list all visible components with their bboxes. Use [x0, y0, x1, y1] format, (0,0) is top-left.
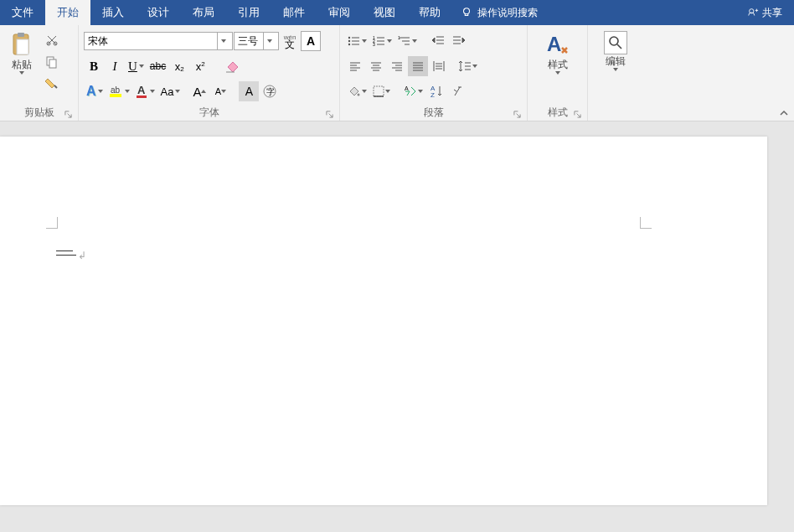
tab-view[interactable]: 视图 [362, 0, 407, 25]
group-clipboard: 粘贴 剪贴板 [0, 25, 79, 121]
align-justify-button[interactable] [408, 56, 428, 76]
table-handles[interactable] [56, 251, 76, 259]
clear-formatting-button[interactable] [222, 56, 244, 76]
group-paragraph-label: 段落 [424, 106, 444, 118]
align-left-button[interactable] [345, 56, 365, 76]
editing-button[interactable]: 编辑 [597, 29, 634, 71]
svg-rect-8 [49, 59, 56, 68]
tab-file[interactable]: 文件 [0, 0, 45, 25]
collapse-ribbon-button[interactable] [779, 108, 789, 118]
scissors-icon [45, 34, 59, 47]
phonetic-guide-button[interactable]: wén文 [280, 31, 300, 51]
font-size-select[interactable] [234, 32, 279, 50]
pilcrow-icon [451, 85, 464, 98]
bullets-button[interactable] [345, 31, 369, 51]
superscript-button[interactable]: x2 [190, 56, 210, 76]
numbering-icon: 123 [373, 35, 386, 47]
highlight-button[interactable]: ab [106, 81, 132, 101]
svg-text:3: 3 [373, 42, 375, 47]
tab-references[interactable]: 引用 [226, 0, 271, 25]
tab-help[interactable]: 帮助 [407, 0, 452, 25]
lightbulb-icon [461, 7, 472, 18]
paste-button[interactable]: 粘贴 [3, 29, 40, 75]
share-button[interactable]: 共享 [735, 0, 794, 25]
font-color-button[interactable]: A [133, 81, 157, 101]
line-spacing-button[interactable] [456, 56, 480, 76]
tell-me-search[interactable]: 操作说明搜索 [452, 0, 546, 25]
change-case-button[interactable]: Aa [158, 81, 183, 101]
increase-indent-button[interactable] [449, 31, 469, 51]
enclose-characters-button[interactable]: 字 [260, 81, 280, 101]
grow-font-button[interactable]: A [189, 81, 209, 101]
margin-corner-tl [46, 217, 58, 229]
align-right-button[interactable] [387, 56, 407, 76]
down-caret-icon [221, 89, 226, 94]
cut-button[interactable] [42, 30, 62, 50]
italic-button[interactable]: I [105, 56, 125, 76]
svg-text:A: A [137, 84, 146, 96]
tab-design[interactable]: 设计 [136, 0, 181, 25]
distribute-icon [432, 60, 446, 72]
character-border-button[interactable]: A [301, 31, 321, 51]
up-caret-icon [201, 89, 206, 94]
strikethrough-button[interactable]: abc [147, 56, 168, 76]
subscript-button[interactable]: x2 [169, 56, 189, 76]
copy-button[interactable] [42, 52, 62, 72]
decrease-indent-button[interactable] [428, 31, 448, 51]
clipboard-dialog-launcher[interactable] [63, 109, 73, 119]
tell-me-label: 操作说明搜索 [477, 6, 538, 20]
character-shading-button[interactable]: A [239, 81, 259, 101]
styles-icon: A [544, 31, 571, 58]
svg-point-16 [348, 40, 350, 42]
align-center-button[interactable] [366, 56, 386, 76]
group-editing: 编辑 [588, 25, 643, 121]
chevron-up-icon [779, 108, 789, 118]
styles-button[interactable]: A 样式 [539, 29, 576, 75]
shading-button[interactable] [345, 81, 369, 101]
outdent-icon [431, 35, 445, 47]
group-paragraph: 123 1 [340, 25, 528, 121]
document-page[interactable]: ↲ [0, 137, 767, 505]
styles-dialog-launcher[interactable] [572, 109, 582, 119]
svg-rect-3 [18, 33, 24, 37]
distribute-button[interactable] [429, 56, 449, 76]
tab-layout[interactable]: 布局 [181, 0, 226, 25]
font-size-input[interactable] [235, 33, 263, 49]
text-effects-button[interactable]: A [84, 81, 106, 101]
shrink-font-button[interactable]: A [210, 81, 230, 101]
borders-button[interactable] [370, 81, 393, 101]
paragraph-dialog-launcher[interactable] [512, 109, 522, 119]
svg-text:字: 字 [266, 87, 275, 96]
tab-insert[interactable]: 插入 [90, 0, 136, 25]
clipboard-icon [8, 31, 35, 58]
indent-icon [452, 35, 466, 47]
svg-point-28 [610, 37, 618, 45]
line-spacing-icon [458, 60, 472, 72]
font-size-dropdown[interactable] [263, 33, 275, 49]
eraser-icon [224, 59, 241, 74]
brush-icon [45, 77, 59, 90]
tab-home[interactable]: 开始 [45, 0, 90, 25]
multilevel-list-button[interactable]: 1 [395, 31, 420, 51]
tab-review[interactable]: 审阅 [317, 0, 362, 25]
show-marks-button[interactable] [447, 81, 467, 101]
borders-icon [373, 85, 384, 97]
multilevel-icon: 1 [398, 35, 411, 47]
font-name-dropdown[interactable] [217, 33, 229, 49]
align-center-icon [370, 61, 382, 71]
svg-rect-10 [110, 94, 121, 97]
bold-button[interactable]: B [84, 56, 104, 76]
font-name-input[interactable] [85, 33, 217, 49]
asian-layout-button[interactable]: A [401, 81, 425, 101]
asian-layout-icon: A [404, 85, 417, 98]
group-styles: A 样式 样式 [528, 25, 588, 121]
format-painter-button[interactable] [42, 74, 62, 94]
underline-button[interactable]: U [126, 56, 147, 76]
tab-mailings[interactable]: 邮件 [271, 0, 317, 25]
sort-icon: AZ [431, 85, 442, 98]
sort-button[interactable]: AZ [426, 81, 446, 101]
svg-point-22 [358, 94, 360, 96]
numbering-button[interactable]: 123 [370, 31, 394, 51]
font-name-select[interactable] [84, 32, 233, 50]
font-dialog-launcher[interactable] [324, 109, 334, 119]
